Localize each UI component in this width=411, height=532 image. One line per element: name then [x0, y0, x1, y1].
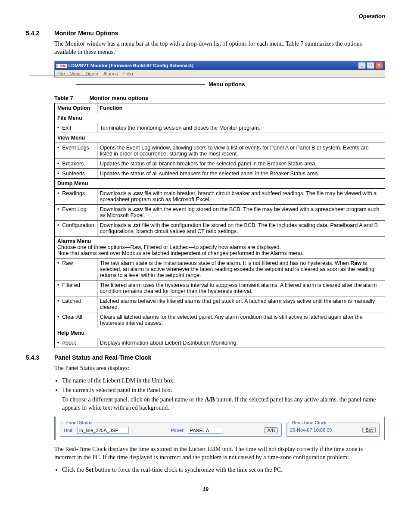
menu-option-cell: Subfeeds: [55, 168, 97, 178]
rtc-fix-list: Click the Set button to force the real-t…: [54, 466, 385, 474]
panel-field[interactable]: PANEL A: [188, 427, 222, 434]
table-row: FilteredThe filtered alarm uses the hyst…: [55, 280, 385, 296]
function-cell: Terminates the monitoring session and cl…: [97, 123, 385, 133]
rtc-value: 29-Nov-07 10:06:09: [290, 427, 332, 432]
table-caption: Table 7 Monitor menu options: [54, 95, 385, 101]
unit-label: Unit:: [64, 428, 74, 433]
table-row: RawThe raw alarm state is the instantane…: [55, 258, 385, 280]
menu-dump[interactable]: Dump: [85, 71, 98, 76]
menu-option-cell: Raw: [55, 258, 97, 280]
section-number: 5.4.3: [26, 354, 45, 361]
menu-option-cell: Clear All: [55, 312, 97, 328]
menu-option-cell: Latched: [55, 296, 97, 312]
table-row: Clear AllClears all latched alarms for t…: [55, 312, 385, 328]
function-cell: Downloads a .csv file with the event log…: [97, 204, 385, 220]
menu-option-cell: Event Log: [55, 204, 97, 220]
th-menu-option: Menu Option: [55, 103, 97, 113]
section-paragraph: The Monitor window has a menu bar at the…: [54, 40, 385, 56]
th-function: Function: [97, 103, 385, 113]
table-section-header: Help Menu: [55, 328, 385, 338]
menu-option-cell: Event Logs: [55, 143, 97, 159]
window-menubar: File View Dump Alarms Help: [55, 70, 385, 77]
menu-file[interactable]: File: [57, 71, 65, 76]
section-title: Panel Status and Real-Time Clock: [54, 354, 151, 361]
function-cell: Clears all latched alarms for the select…: [97, 312, 385, 328]
function-cell: Downloads a .txt file with the configura…: [97, 220, 385, 236]
menu-option-cell: Exit: [55, 123, 97, 133]
page-header: Operation: [26, 13, 385, 19]
table-row: Event LogsOpens the Event Log window, al…: [55, 143, 385, 159]
menu-option-cell: Readings: [55, 188, 97, 204]
list-item: The name of the Liebert LDM in the Unit …: [62, 377, 385, 385]
window-title: LDMLDM/SVT Monitor [Firmware Build:87 Co…: [56, 63, 193, 68]
table-row: Event LogDownloads a .csv file with the …: [55, 204, 385, 220]
function-cell: Updates the status of all subfeed breake…: [97, 168, 385, 178]
list-item: Click the Set button to force the real-t…: [62, 466, 385, 474]
app-icon: LDM: [56, 64, 67, 68]
function-cell: Downloads a .csv file with main breaker,…: [97, 188, 385, 204]
table-row: LatchedLatched alarms behave like filter…: [55, 296, 385, 312]
table-row: ReadingsDownloads a .csv file with main …: [55, 188, 385, 204]
panel-status-legend: Panel Status: [64, 420, 94, 425]
menu-option-cell: Filtered: [55, 280, 97, 296]
function-cell: Displays information about Liebert Distr…: [97, 338, 385, 348]
panel-label: Panel:: [171, 428, 184, 433]
maximize-icon[interactable]: □: [367, 62, 374, 69]
minimize-icon[interactable]: _: [358, 62, 366, 69]
table-section-header: View Menu: [55, 133, 385, 143]
table-section-header: Alarms MenuChoose one of three options—R…: [55, 236, 385, 258]
page-number: 19: [26, 486, 385, 492]
menu-option-cell: Breakers: [55, 159, 97, 168]
rtc-paragraph: The Real-Time Clock displays the time as…: [54, 445, 385, 462]
rtc-legend: Real-Time Clock: [290, 420, 328, 425]
menu-option-cell: About: [55, 338, 97, 348]
menu-alarms[interactable]: Alarms: [103, 71, 118, 76]
table-row: AboutDisplays information about Liebert …: [55, 338, 385, 348]
menu-view[interactable]: View: [70, 71, 81, 76]
table-row: ExitTerminates the monitoring session an…: [55, 123, 385, 133]
table-section-header: Dump Menu: [55, 178, 385, 188]
monitor-window-screenshot: LDMLDM/SVT Monitor [Firmware Build:87 Co…: [54, 61, 385, 78]
function-cell: Updates the status of all branch breaker…: [97, 159, 385, 168]
set-button[interactable]: Set: [362, 427, 376, 433]
table-row: BreakersUpdates the status of all branch…: [55, 159, 385, 168]
close-icon[interactable]: ×: [375, 62, 383, 69]
table-section-header: File Menu: [55, 113, 385, 123]
section-intro: The Panel Status area displays:: [54, 364, 385, 373]
list-item: The currently selected panel in the Pane…: [62, 386, 385, 413]
section-title: Monitor Menu Options: [54, 30, 118, 37]
function-cell: The filtered alarm uses the hysteresis i…: [97, 280, 385, 296]
ab-button[interactable]: A/B: [264, 427, 278, 433]
monitor-menu-options-table: Menu Option Function File MenuExitTermin…: [54, 103, 385, 348]
panel-status-list: The name of the Liebert LDM in the Unit …: [54, 377, 385, 413]
callout-label: Menu options: [209, 81, 245, 87]
function-cell: Latched alarms behave like filtered alar…: [97, 296, 385, 312]
function-cell: Opens the Event Log window, allowing use…: [97, 143, 385, 159]
table-row: ConfigurationDownloads a .txt file with …: [55, 220, 385, 236]
table-row: SubfeedsUpdates the status of all subfee…: [55, 168, 385, 178]
panel-status-screenshot: Panel Status Unit: In_line_225A_3SF Pane…: [54, 417, 385, 440]
callout: Menu options: [54, 78, 385, 92]
function-cell: The raw alarm state is the instantaneous…: [97, 258, 385, 280]
list-item-sub: To choose a different panel, click on th…: [62, 396, 385, 412]
section-number: 5.4.2: [26, 30, 45, 37]
menu-help[interactable]: Help: [123, 71, 133, 76]
menu-option-cell: Configuration: [55, 220, 97, 236]
window-titlebar: LDMLDM/SVT Monitor [Firmware Build:87 Co…: [55, 61, 385, 70]
unit-field[interactable]: In_line_225A_3SF: [77, 427, 129, 434]
